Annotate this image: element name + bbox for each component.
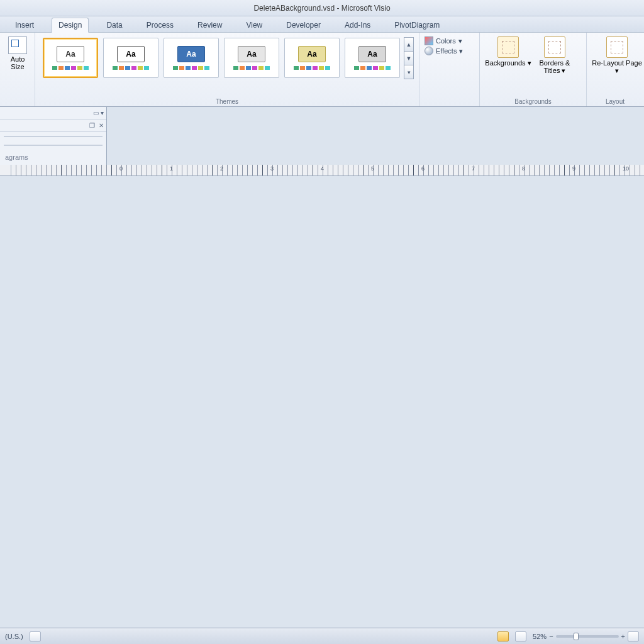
dropdown-icon: ▾ [528, 59, 531, 67]
dropdown-icon: ▾ [458, 37, 462, 45]
theme-card[interactable]: Aa [345, 38, 400, 78]
gallery-more-icon[interactable]: ▾ [404, 65, 414, 79]
relayout-button[interactable]: Re-Layout Page ▾ [592, 35, 642, 74]
panel-header: ▭ ▾ [0, 107, 106, 119]
dropdown-icon: ▾ [562, 67, 565, 74]
panel-body [4, 136, 103, 137]
dropdown-icon: ▾ [615, 67, 619, 74]
panel-menu-icon[interactable]: ▭ ▾ [93, 109, 104, 116]
group-themes-label: Themes [40, 97, 414, 105]
shapes-panel: ▭ ▾ ❐ ✕ agrams [0, 107, 107, 165]
theme-card[interactable]: Aa [284, 38, 340, 78]
tab-design[interactable]: Design [52, 18, 89, 33]
zoom-control[interactable]: 52% − + [533, 631, 639, 641]
dropdown-icon: ▾ [459, 47, 463, 55]
relayout-icon [606, 36, 628, 58]
zoom-fit-button[interactable] [628, 631, 639, 641]
theme-gallery[interactable]: Aa Aa Aa Aa Aa Aa [40, 35, 414, 80]
panel-subheader: ❐ ✕ [0, 119, 106, 132]
zoom-value: 52% [533, 633, 547, 640]
effects-button[interactable]: Effects▾ [425, 47, 474, 55]
view-fullscreen-button[interactable] [515, 631, 526, 641]
theme-card[interactable]: Aa [164, 38, 219, 78]
colors-button[interactable]: Colors▾ [425, 36, 474, 45]
backgrounds-button[interactable]: Backgrounds ▾ [485, 35, 531, 74]
gallery-up-icon[interactable]: ▲ [404, 37, 414, 52]
zoom-in-icon[interactable]: + [621, 633, 625, 640]
window-title: DeleteABackground.vsd - Microsoft Visio [253, 4, 390, 13]
tab-view[interactable]: View [240, 18, 269, 32]
autosize-icon [8, 36, 27, 54]
autosize-button[interactable]: Auto Size [5, 35, 30, 70]
theme-card[interactable]: Aa [103, 38, 158, 78]
panel-body-2 [4, 145, 103, 146]
ribbon: Auto Size Aa Aa Aa Aa Aa [0, 33, 644, 107]
status-icon[interactable] [30, 631, 41, 641]
panel-close-icon[interactable]: ✕ [99, 122, 104, 129]
title-bar: DeleteABackground.vsd - Microsoft Visio [0, 0, 644, 16]
group-backgrounds-label: Backgrounds [485, 97, 581, 105]
effects-icon [425, 47, 433, 55]
tab-developer[interactable]: Developer [280, 18, 327, 32]
borders-icon [544, 36, 565, 58]
borders-button[interactable]: Borders & Titles ▾ [531, 35, 578, 74]
ruler-horizontal: 012345678910 [11, 165, 644, 176]
tab-addins[interactable]: Add-Ins [338, 18, 377, 32]
theme-card[interactable]: Aa [43, 38, 98, 78]
tab-review[interactable]: Review [191, 18, 228, 32]
status-language: (U.S.) [5, 633, 23, 640]
colors-icon [425, 36, 433, 45]
workspace: ▭ ▾ ❐ ✕ agrams 012345678910 111098765432… [0, 107, 644, 165]
tab-insert[interactable]: Insert [9, 18, 40, 32]
gallery-down-icon[interactable]: ▼ [404, 51, 414, 65]
ribbon-tabs: Insert Design Data Process Review View D… [0, 16, 644, 33]
zoom-out-icon[interactable]: − [549, 633, 553, 640]
zoom-slider[interactable] [556, 635, 619, 638]
view-normal-button[interactable] [497, 631, 509, 641]
panel-restore-icon[interactable]: ❐ [89, 122, 95, 129]
tab-process[interactable]: Process [140, 18, 180, 32]
backgrounds-icon [497, 36, 519, 58]
ruler-corner [0, 165, 11, 176]
tab-data[interactable]: Data [100, 18, 128, 32]
panel-footer: agrams [0, 150, 106, 165]
tab-pivotdiagram[interactable]: PivotDiagram [388, 18, 446, 32]
gallery-scroll[interactable]: ▲ ▼ ▾ [404, 37, 414, 79]
theme-card[interactable]: Aa [224, 38, 279, 78]
status-bar: (U.S.) 52% − + [0, 628, 644, 644]
group-layout-label: Layout [592, 97, 638, 105]
